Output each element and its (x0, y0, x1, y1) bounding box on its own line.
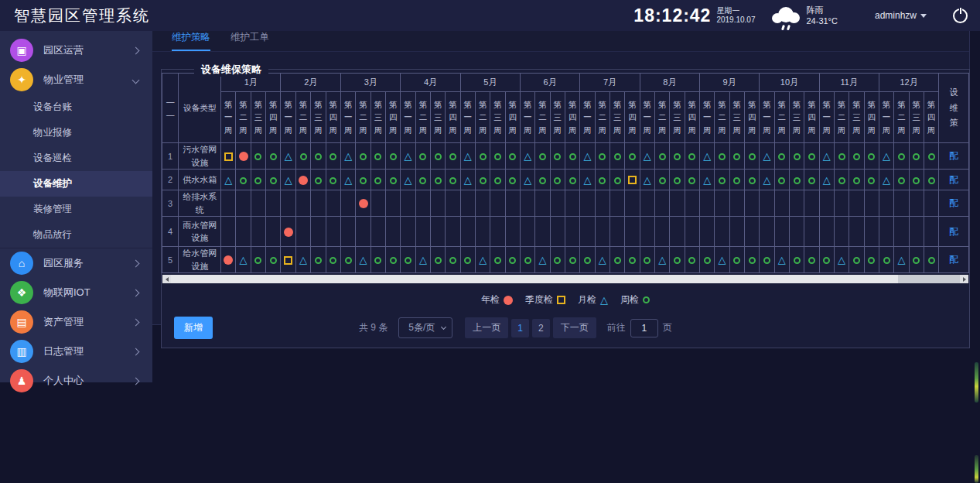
schedule-cell: △ (281, 170, 295, 190)
chevron-right-icon (132, 377, 140, 385)
schedule-cell (565, 247, 580, 273)
weekly-check-symbol (778, 177, 785, 184)
sidebar-item-0[interactable]: ▣园区运营 (0, 36, 152, 65)
sidebar-item-4[interactable]: ▤资产管理 (0, 307, 152, 337)
schedule-cell: △ (401, 170, 415, 190)
schedule-cell (744, 247, 759, 273)
sidebar-nav: ▣园区运营✦物业管理设备台账物业报修设备巡检设备维护装修管理物品放行⌂园区服务❖… (0, 31, 152, 382)
month-header: 6月 (521, 74, 580, 92)
horizontal-scrollbar[interactable] (162, 275, 968, 283)
configure-link[interactable]: 配 (939, 170, 969, 190)
add-button[interactable]: 新增 (174, 317, 213, 339)
schedule-cell (715, 143, 729, 170)
schedule-cell (311, 247, 326, 273)
schedule-cell (295, 190, 310, 217)
row-index: 1 (162, 143, 179, 170)
schedule-cell: △ (236, 247, 251, 273)
sidebar-item-5[interactable]: ▥日志管理 (0, 337, 152, 366)
configure-link[interactable]: 配 (939, 247, 969, 273)
week-header: 第二周 (356, 92, 370, 143)
schedule-cell: △ (879, 170, 893, 190)
schedule-cell (715, 217, 729, 247)
schedule-cell (729, 190, 744, 217)
schedule-cell (715, 190, 729, 217)
monthly-check-symbol: △ (763, 151, 770, 161)
equipment-type: 雨水管网设施 (179, 217, 221, 247)
table-row: 2供水水箱△△△△△△△△△△△△配 (162, 170, 969, 190)
schedule-cell (266, 143, 281, 170)
schedule-cell (610, 217, 624, 247)
weekly-check-symbol (794, 153, 801, 160)
weekly-check-symbol (270, 257, 277, 264)
vertical-scrollbar-fragment[interactable] (975, 362, 978, 402)
user-menu[interactable]: adminhzw (875, 10, 927, 21)
schedule-cell (446, 143, 460, 170)
monthly-check-symbol: △ (763, 175, 770, 185)
tab-1[interactable]: 维护工单 (230, 31, 269, 51)
sidebar-subitem[interactable]: 设备台账 (0, 94, 152, 120)
weekly-check-symbol (419, 153, 426, 160)
prev-page-button[interactable]: 上一页 (465, 317, 508, 338)
week-header: 第四周 (446, 92, 460, 143)
sidebar-subitem[interactable]: 物业报修 (0, 120, 152, 146)
weekly-check-symbol (464, 257, 471, 264)
sidebar-item-2[interactable]: ⌂园区服务 (0, 248, 152, 278)
schedule-cell (580, 190, 595, 217)
vertical-scrollbar-fragment[interactable] (975, 455, 978, 483)
schedule-cell (370, 217, 385, 247)
schedule-cell (595, 217, 610, 247)
weekly-check-symbol (539, 153, 546, 160)
equipment-type: 污水管网设施 (179, 143, 221, 170)
personal-center-icon: ♟ (10, 369, 33, 392)
power-logout-icon[interactable] (953, 9, 968, 23)
sidebar-item-6[interactable]: ♟个人中心 (0, 366, 152, 396)
weekly-check-symbol (688, 153, 695, 160)
month-header: 12月 (879, 74, 938, 92)
scrollbar-thumb[interactable] (171, 275, 898, 283)
schedule-cell (236, 190, 251, 217)
scroll-right-icon[interactable] (960, 275, 968, 283)
schedule-cell (729, 143, 744, 170)
weekly-check-symbol (778, 153, 785, 160)
page-2-button[interactable]: 2 (532, 319, 550, 337)
week-header: 第二周 (236, 92, 251, 143)
page-1-button[interactable]: 1 (511, 319, 529, 337)
legend-item: 月检△ (578, 293, 608, 307)
schedule-cell (251, 170, 265, 190)
schedule-cell (550, 247, 565, 273)
yearly-check-symbol (504, 296, 513, 305)
monthly-check-symbol: △ (405, 151, 412, 161)
tab-0[interactable]: 维护策略 (172, 31, 210, 51)
next-page-button[interactable]: 下一页 (553, 317, 596, 338)
page-size-select[interactable]: 5条/页 (398, 317, 452, 338)
configure-link[interactable]: 配 (939, 143, 969, 170)
schedule-cell (220, 247, 235, 273)
schedule-cell (834, 143, 849, 170)
sidebar-item-1[interactable]: ✦物业管理 (0, 65, 152, 94)
configure-link[interactable]: 配 (939, 190, 969, 217)
sidebar-item-3[interactable]: ❖物联网IOT (0, 278, 152, 307)
schedule-cell (386, 170, 401, 190)
scroll-left-icon[interactable] (162, 275, 171, 283)
schedule-cell (595, 190, 610, 217)
weekly-check-symbol (449, 257, 456, 264)
username: adminhzw (875, 10, 917, 21)
submenu: 设备台账物业报修设备巡检设备维护装修管理物品放行 (0, 94, 152, 248)
schedule-cell (415, 190, 430, 217)
schedule-cell (446, 217, 460, 247)
sidebar-subitem[interactable]: 装修管理 (0, 197, 152, 222)
sidebar-subitem[interactable]: 设备维护 (0, 171, 152, 197)
schedule-cell (655, 190, 670, 217)
configure-link[interactable]: 配 (939, 217, 969, 247)
schedule-cell (266, 170, 281, 190)
goto-page-input[interactable] (630, 319, 658, 337)
schedule-cell (236, 143, 251, 170)
schedule-cell (401, 190, 415, 217)
week-header: 第四周 (565, 92, 580, 143)
weekly-check-symbol (643, 296, 650, 303)
schedule-cell (266, 247, 281, 273)
sidebar-subitem[interactable]: 物品放行 (0, 222, 152, 248)
schedule-cell (386, 143, 401, 170)
schedule-cell (565, 190, 580, 217)
sidebar-subitem[interactable]: 设备巡检 (0, 146, 152, 171)
